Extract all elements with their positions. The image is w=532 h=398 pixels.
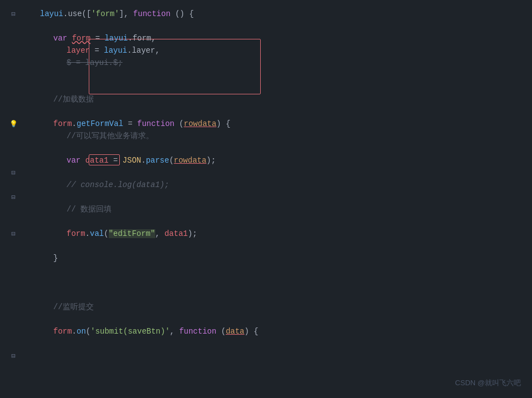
gutter-row-27 <box>0 337 27 350</box>
code-line-8: //加载数据 <box>27 93 532 105</box>
code-line-empty-10 <box>27 264 532 276</box>
token: function <box>137 119 174 128</box>
watermark: CSDN @就叫飞六吧 <box>455 378 521 388</box>
token <box>80 156 85 165</box>
token: // 数据回填 <box>67 204 112 214</box>
token: JSON <box>123 156 141 165</box>
token: // console.log(data1); <box>67 180 169 189</box>
token: 'form' <box>91 9 119 18</box>
token: parse <box>146 156 169 165</box>
token: on <box>77 327 86 336</box>
token: . <box>127 46 131 55</box>
code-line-empty-1 <box>27 20 532 32</box>
gutter-row-10 <box>0 130 27 142</box>
fold-icon-13: ⊟ <box>9 169 17 177</box>
gutter-row-28: ⊟ <box>0 350 27 362</box>
token: //可以写其他业务请求。 <box>67 131 154 141</box>
code-line-empty-4 <box>27 105 532 118</box>
gutter-row-13: ⊟ <box>0 167 27 179</box>
token: , <box>155 46 160 55</box>
code-line-3: var form = layui.form, <box>27 32 532 44</box>
token: } <box>53 254 58 263</box>
gutter: ⊟ 💡 ⊟ ⊟ ⊟ <box>0 0 27 398</box>
token: , <box>151 34 155 43</box>
gutter-row-18: ⊟ <box>0 228 27 240</box>
editor-container: ⊟ 💡 ⊟ ⊟ ⊟ <box>0 0 532 398</box>
code-line-15: // console.log(data1); <box>27 179 532 191</box>
code-line-17: // 数据回填 <box>27 203 532 215</box>
token: = <box>90 34 104 43</box>
gutter-row-26 <box>0 325 27 337</box>
code-line-empty-11 <box>27 276 532 289</box>
token: ( <box>86 327 90 336</box>
token: layui <box>104 46 127 55</box>
code-line-empty-6 <box>27 167 532 179</box>
gutter-row-6 <box>0 81 27 93</box>
gutter-row-11 <box>0 142 27 154</box>
gutter-row-15: ⊟ <box>0 191 27 203</box>
token: //监听提交 <box>53 302 94 312</box>
token: ( <box>104 229 108 238</box>
token: ], <box>119 9 133 18</box>
gutter-row-14 <box>0 179 27 191</box>
code-line-11: //可以写其他业务请求。 <box>27 130 532 142</box>
token: function <box>133 9 170 18</box>
token: data <box>226 327 245 336</box>
code-line-27: form.on('submit(saveBtn)', function (dat… <box>27 325 532 337</box>
token: .use([ <box>63 9 91 18</box>
token: ); <box>188 229 197 238</box>
token: layui <box>40 9 63 18</box>
code-line-25: //监听提交 <box>27 301 532 313</box>
token: , <box>170 327 179 336</box>
gutter-row-25 <box>0 313 27 325</box>
code-line-4: layer = layui.layer, <box>27 44 532 57</box>
token: form <box>53 119 72 128</box>
token: ) { <box>216 119 230 128</box>
gutter-row-12 <box>0 154 27 167</box>
token: form <box>53 327 72 336</box>
token: ( <box>216 327 226 336</box>
token: = <box>109 156 123 165</box>
code-line-empty-5 <box>27 142 532 154</box>
gutter-row-8 <box>0 105 27 118</box>
token: var <box>53 34 67 43</box>
token: = <box>123 119 137 128</box>
token: data1 <box>164 229 188 238</box>
token: layui <box>104 34 128 43</box>
token: layer <box>132 46 155 55</box>
token: var <box>67 156 80 165</box>
token: layer <box>67 46 90 55</box>
token: . <box>85 229 90 238</box>
gutter-row-7 <box>0 93 27 105</box>
gutter-row-21 <box>0 264 27 276</box>
token: $ = layui.$; <box>67 58 123 67</box>
code-line-empty-3 <box>27 81 532 93</box>
code-line-19: form.val("editForm", data1); <box>27 228 532 240</box>
bulb-icon-9: 💡 <box>9 120 17 128</box>
gutter-row-1 <box>0 20 27 32</box>
fold-icon-0: ⊟ <box>9 10 17 18</box>
fold-icon-18: ⊟ <box>9 230 17 238</box>
gutter-row-0: ⊟ <box>0 8 27 20</box>
fold-icon-15: ⊟ <box>9 193 17 201</box>
gutter-row-2 <box>0 32 27 44</box>
token: 'submit(saveBtn)' <box>90 327 170 336</box>
token: form <box>133 34 151 43</box>
code-line-1: layui.use(['form'], function () { <box>27 8 532 20</box>
token: form <box>67 229 85 238</box>
token: ) { <box>245 327 259 336</box>
token: () { <box>170 9 194 18</box>
token: form <box>72 34 91 43</box>
token: //加载数据 <box>53 94 94 104</box>
token: . <box>128 34 132 43</box>
gutter-row-3 <box>0 44 27 57</box>
code-line-empty-2 <box>27 69 532 81</box>
gutter-row-9: 💡 <box>0 118 27 130</box>
token: val <box>90 229 104 238</box>
token: ( <box>174 119 184 128</box>
code-line-21: } <box>27 252 532 264</box>
token: , <box>155 229 165 238</box>
token <box>67 34 72 43</box>
code-line-empty-9 <box>27 240 532 252</box>
token: rowdata <box>174 156 206 165</box>
